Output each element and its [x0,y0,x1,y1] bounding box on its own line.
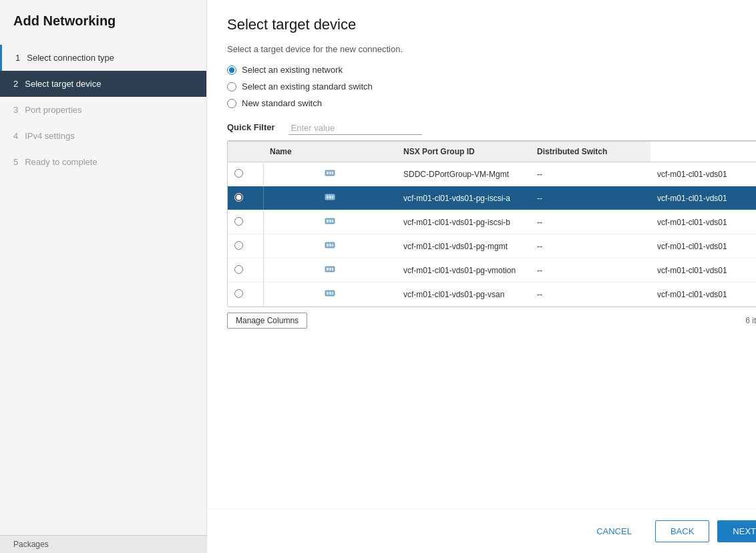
step-2-label: Select target device [25,79,101,89]
step-4-label: IPv4 settings [25,131,74,141]
sidebar: Add Networking 1 Select connection type … [0,0,207,553]
row-icon-cell [263,186,397,210]
main-panel: Select target device × Select a target d… [207,0,756,553]
packages-strip: Packages [0,535,207,553]
col-header-name[interactable]: Name [263,142,397,162]
sidebar-title: Add Networking [0,13,206,45]
sidebar-item-step-3[interactable]: 3 Port properties [0,97,206,123]
svg-rect-23 [332,292,333,295]
radio-existing-switch-input[interactable] [227,82,236,91]
svg-rect-18 [329,268,331,270]
radio-existing-network[interactable]: Select an existing network [227,65,756,75]
row-select-radio[interactable] [234,241,243,250]
page-title: Select target device [227,16,356,33]
step-2-number: 2 [13,79,18,89]
row-radio-cell [228,283,250,307]
radio-existing-switch[interactable]: Select an existing standard switch [227,81,756,91]
filter-input[interactable] [289,122,422,135]
radio-existing-network-input[interactable] [227,65,236,75]
row-icon-cell [263,162,397,186]
row-select-radio[interactable] [234,169,243,178]
back-button[interactable]: BACK [655,520,709,542]
sidebar-item-step-2[interactable]: 2 Select target device [0,71,206,97]
table-row[interactable]: vcf-m01-cl01-vds01-pg-mgmt--vcf-m01-cl01… [228,234,756,258]
svg-rect-9 [327,220,329,222]
svg-rect-15 [332,244,333,246]
row-select-radio[interactable] [234,217,243,226]
table-row[interactable]: vcf-m01-cl01-vds01-pg-iscsi-b--vcf-m01-c… [228,210,756,234]
cancel-button[interactable]: CANCEL [581,520,647,542]
step-list: 1 Select connection type 2 Select target… [0,45,206,175]
row-name: vcf-m01-cl01-vds01-pg-iscsi-b [397,210,530,234]
data-table-wrapper: Name NSX Port Group ID Distributed Switc… [227,140,756,307]
radio-new-switch-input[interactable] [227,99,236,108]
table-body: SDDC-DPortGroup-VM-Mgmt--vcf-m01-cl01-vd… [228,162,756,307]
step-5-label: Ready to complete [25,157,97,167]
row-radio-cell [228,162,250,186]
row-name: vcf-m01-cl01-vds01-pg-vmotion [397,258,530,283]
item-count: 6 items [745,316,756,325]
network-icon [325,168,335,178]
row-select-radio[interactable] [234,289,243,298]
manage-columns-button[interactable]: Manage Columns [227,313,307,329]
table-header: Name NSX Port Group ID Distributed Switc… [228,142,756,162]
row-icon-cell [263,234,397,258]
next-button[interactable]: NEXT [717,520,756,542]
sidebar-item-step-1[interactable]: 1 Select connection type [0,45,206,71]
svg-rect-21 [327,292,329,295]
table-row[interactable]: vcf-m01-cl01-vds01-pg-vmotion--vcf-m01-c… [228,258,756,283]
row-nsx: -- [530,162,650,186]
row-icon-cell [263,210,397,234]
radio-existing-network-label: Select an existing network [242,65,343,75]
svg-rect-11 [332,220,333,222]
col-header-radio [228,142,250,162]
step-3-label: Port properties [25,105,81,115]
row-icon-cell [263,258,397,283]
step-3-number: 3 [13,105,18,115]
sidebar-item-step-4[interactable]: 4 IPv4 settings [0,123,206,149]
sidebar-item-step-5[interactable]: 5 Ready to complete [0,149,206,175]
svg-rect-7 [332,196,333,198]
radio-new-switch[interactable]: New standard switch [227,98,756,108]
row-ds: vcf-m01-cl01-vds01 [650,283,756,307]
row-icon-cell [263,283,397,307]
svg-rect-22 [329,292,331,295]
step-5-number: 5 [13,157,18,167]
row-ds: vcf-m01-cl01-vds01 [650,186,756,210]
step-1-label: Select connection type [27,53,114,63]
svg-rect-17 [327,268,329,270]
row-divider [250,162,263,186]
row-name: vcf-m01-cl01-vds01-pg-mgmt [397,234,530,258]
row-nsx: -- [530,258,650,283]
table-row[interactable]: SDDC-DPortGroup-VM-Mgmt--vcf-m01-cl01-vd… [228,162,756,186]
svg-rect-13 [327,244,329,246]
network-icon [325,264,335,274]
svg-rect-14 [329,244,331,246]
table-row[interactable]: vcf-m01-cl01-vds01-pg-vsan--vcf-m01-cl01… [228,283,756,307]
col-header-nsx[interactable]: NSX Port Group ID [397,142,530,162]
row-select-radio[interactable] [234,265,243,274]
table-row[interactable]: vcf-m01-cl01-vds01-pg-iscsi-a--vcf-m01-c… [228,186,756,210]
step-1-number: 1 [15,53,20,63]
row-radio-cell [228,234,250,258]
row-radio-cell [228,186,250,210]
col-header-ds[interactable]: Distributed Switch [530,142,650,162]
row-nsx: -- [530,210,650,234]
network-icon [325,288,335,299]
network-icon [325,192,335,202]
filter-label: Quick Filter [227,122,275,135]
filter-row: Quick Filter [227,122,756,135]
network-icon [325,216,335,226]
row-divider [250,258,263,283]
row-name: SDDC-DPortGroup-VM-Mgmt [397,162,530,186]
row-select-radio[interactable] [234,193,243,202]
step-4-number: 4 [13,131,18,141]
svg-rect-5 [327,196,329,198]
table-footer: Manage Columns 6 items [227,307,756,334]
svg-rect-2 [329,172,331,174]
radio-group: Select an existing network Select an exi… [227,65,756,108]
radio-existing-switch-label: Select an existing standard switch [242,81,373,91]
data-table: Name NSX Port Group ID Distributed Switc… [228,141,756,307]
row-radio-cell [228,258,250,283]
row-ds: vcf-m01-cl01-vds01 [650,258,756,283]
